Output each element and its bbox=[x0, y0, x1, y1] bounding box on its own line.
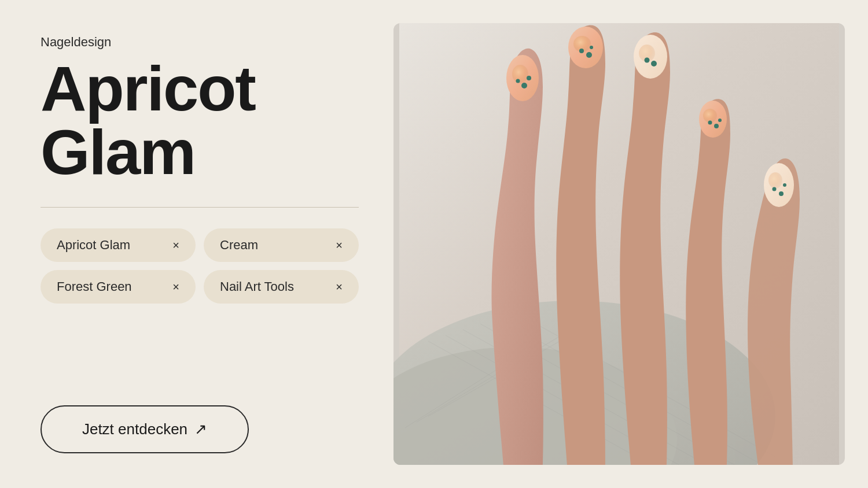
nail-art-image bbox=[393, 23, 845, 465]
svg-rect-36 bbox=[399, 23, 839, 465]
tag-forest-green[interactable]: Forest Green × bbox=[41, 270, 196, 304]
subtitle: Nageldesign bbox=[41, 35, 359, 50]
nail-art-svg bbox=[393, 23, 845, 465]
tags-grid: Apricot Glam × Cream × Forest Green × Na… bbox=[41, 228, 359, 304]
tag-nail-art-tools[interactable]: Nail Art Tools × bbox=[204, 270, 359, 304]
tag-nail-art-tools-close[interactable]: × bbox=[336, 280, 343, 294]
cta-button-label: Jetzt entdecken bbox=[82, 420, 187, 438]
tag-nail-art-tools-label: Nail Art Tools bbox=[220, 279, 294, 294]
tag-cream[interactable]: Cream × bbox=[204, 228, 359, 262]
tag-forest-green-close[interactable]: × bbox=[172, 280, 179, 294]
tag-forest-green-label: Forest Green bbox=[57, 279, 132, 294]
cta-button[interactable]: Jetzt entdecken ↗ bbox=[41, 405, 249, 453]
content-top: Nageldesign Apricot Glam Apricot Glam × … bbox=[41, 35, 359, 304]
tag-cream-label: Cream bbox=[220, 238, 258, 253]
divider bbox=[41, 207, 359, 208]
left-panel: Nageldesign Apricot Glam Apricot Glam × … bbox=[0, 0, 393, 488]
tag-apricot-glam-close[interactable]: × bbox=[172, 239, 179, 252]
cta-arrow-icon: ↗ bbox=[194, 420, 207, 438]
tag-cream-close[interactable]: × bbox=[336, 239, 343, 252]
tag-apricot-glam-label: Apricot Glam bbox=[57, 238, 130, 253]
page-title: Apricot Glam bbox=[41, 57, 359, 184]
right-panel bbox=[393, 0, 868, 488]
tag-apricot-glam[interactable]: Apricot Glam × bbox=[41, 228, 196, 262]
